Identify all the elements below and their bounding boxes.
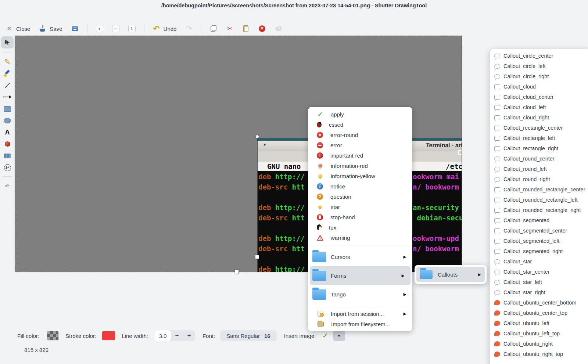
menu-import-filesystem[interactable]: Import from filesystem... bbox=[308, 319, 412, 329]
export-button[interactable] bbox=[69, 24, 80, 33]
callout-item[interactable]: Callout_ubuntu_right_top bbox=[490, 349, 588, 359]
number-tool[interactable] bbox=[1, 163, 14, 172]
callout-bubble-icon bbox=[494, 352, 500, 357]
import-icon bbox=[318, 322, 324, 327]
callout-bubble-icon bbox=[494, 300, 500, 305]
line-width-value[interactable]: 3.0 bbox=[155, 330, 171, 341]
menu-item-important-red[interactable]: important-red bbox=[308, 150, 412, 161]
menu-item-error-round[interactable]: error-round bbox=[308, 130, 412, 140]
callout-item[interactable]: Callout_cloud_right bbox=[490, 112, 588, 123]
callout-item[interactable]: Callout_ubuntu_center_bottom bbox=[490, 298, 588, 308]
paste-button[interactable] bbox=[240, 24, 251, 33]
cut-button[interactable] bbox=[224, 24, 235, 33]
callout-item[interactable]: Callout_ubuntu_center_top bbox=[490, 308, 588, 318]
font-picker-button[interactable]: Sans Regular 16 bbox=[220, 330, 277, 341]
menu-item-notice[interactable]: notice bbox=[308, 181, 412, 191]
callout-item[interactable]: Callout_rounded_rectangle_left bbox=[490, 195, 588, 205]
pencil-tool[interactable] bbox=[1, 57, 14, 66]
callout-item[interactable]: Callout_ubuntu_left_top bbox=[490, 328, 588, 339]
terminal-line: deb http:// bbox=[258, 203, 305, 214]
submenu-arrow-icon: ▶ bbox=[404, 311, 406, 316]
callout-item[interactable]: Callout_ubuntu_right bbox=[490, 339, 588, 349]
callout-item[interactable]: Callout_cloud bbox=[490, 82, 588, 92]
check-icon[interactable]: ✓ bbox=[322, 332, 328, 340]
callout-item[interactable]: Callout_star_right bbox=[490, 287, 588, 298]
toolbar-icon bbox=[112, 25, 119, 32]
text-tool[interactable] bbox=[1, 127, 14, 137]
ellipse-tool[interactable] bbox=[1, 116, 14, 125]
menu-item-warning[interactable]: warning bbox=[308, 233, 412, 243]
menu-item-information-yellow[interactable]: information-yellow bbox=[308, 171, 412, 181]
callout-bubble-icon bbox=[494, 341, 500, 346]
callout-item[interactable]: Callout_star_center bbox=[490, 267, 588, 277]
callout-item[interactable]: Callout_segmented_center bbox=[490, 226, 588, 236]
callout-item[interactable]: Callout_rectangle_center bbox=[490, 123, 588, 133]
selection-handle[interactable] bbox=[235, 270, 239, 274]
line-width-decrease-button[interactable]: − bbox=[171, 330, 183, 341]
menu-item-information-red[interactable]: information-red bbox=[308, 161, 412, 171]
callout-item[interactable]: Callout_circle_center bbox=[490, 51, 588, 61]
callout-item[interactable]: Callout_segmented_left bbox=[490, 236, 588, 246]
censor-tool[interactable] bbox=[1, 139, 14, 149]
callout-item[interactable]: Callout_ubuntu_left bbox=[490, 318, 588, 328]
callout-item[interactable]: Callout_round_left bbox=[490, 164, 588, 174]
callout-item[interactable]: Callout_cloud_left bbox=[490, 102, 588, 112]
menu-item-question[interactable]: question bbox=[308, 191, 412, 202]
callout-item-label: Callout_round_center bbox=[503, 156, 555, 162]
callout-bubble-icon bbox=[494, 167, 500, 172]
callout-item[interactable]: Callout_rounded_rectangle_center bbox=[490, 184, 588, 195]
callout-item[interactable]: Callout_segmented bbox=[490, 215, 588, 226]
callout-item[interactable]: Callout_cloud_center bbox=[490, 92, 588, 102]
callout-item[interactable]: Callout_rectangle_right bbox=[490, 143, 588, 154]
menu-item-label: Import from session... bbox=[331, 311, 384, 317]
separator bbox=[144, 24, 144, 33]
zoom-in-button[interactable] bbox=[94, 24, 105, 33]
select-tool[interactable] bbox=[1, 36, 14, 48]
menu-item-tux[interactable]: tux bbox=[308, 222, 412, 233]
insert-image-dropdown-button[interactable]: ▼ bbox=[333, 330, 345, 341]
line-width-increase-button[interactable]: + bbox=[183, 330, 195, 341]
callout-item[interactable]: Callout_star_left bbox=[490, 277, 588, 287]
save-button[interactable]: Save bbox=[37, 24, 64, 33]
menu-item-apply[interactable]: apply bbox=[308, 109, 412, 119]
menu-folder-tango[interactable]: Tango ▶ bbox=[308, 285, 412, 304]
menu-folder-forms[interactable]: Forms ▶ bbox=[310, 266, 410, 285]
callout-item[interactable]: Callout_circle_right bbox=[490, 71, 588, 82]
delete-button[interactable] bbox=[257, 24, 268, 33]
callout-item[interactable]: Callout_rectangle_left bbox=[490, 133, 588, 143]
options-bar: Fill color: Stroke color: Line width: 3.… bbox=[17, 329, 345, 342]
stroke-color-swatch[interactable] bbox=[102, 331, 115, 340]
rectangle-tool[interactable] bbox=[1, 104, 14, 113]
selection-handle[interactable] bbox=[255, 255, 259, 259]
arrow-tool[interactable] bbox=[1, 92, 14, 102]
redo-button[interactable] bbox=[183, 24, 194, 33]
menu-import-session[interactable]: Import from session... ▶ bbox=[308, 309, 412, 319]
sign-tool[interactable] bbox=[1, 181, 14, 190]
clear-button[interactable] bbox=[273, 24, 284, 33]
fill-color-swatch[interactable] bbox=[47, 331, 58, 340]
menu-item-error[interactable]: error bbox=[308, 140, 412, 150]
copy-button[interactable] bbox=[208, 24, 219, 33]
highlighter-tool[interactable] bbox=[1, 69, 14, 78]
zoom-100-button[interactable] bbox=[126, 24, 137, 33]
selection-handle[interactable] bbox=[255, 135, 259, 138]
line-tool[interactable] bbox=[1, 80, 14, 90]
callout-item[interactable]: Callout_round_center bbox=[490, 154, 588, 164]
callout-item[interactable]: Callout_circle_left bbox=[490, 61, 588, 71]
pixelize-tool[interactable] bbox=[1, 151, 14, 161]
callout-item[interactable]: Callout_rounded_rectangle_right bbox=[490, 205, 588, 215]
undo-button[interactable]: Undo bbox=[151, 24, 179, 33]
menu-item-cssed[interactable]: cssed bbox=[308, 119, 412, 130]
menu-item-star[interactable]: star bbox=[308, 202, 412, 212]
submenu-item-callouts[interactable]: Callouts ▶ bbox=[416, 267, 485, 282]
callout-item[interactable]: Callout_round_right bbox=[490, 174, 588, 184]
close-button[interactable]: Close bbox=[4, 24, 32, 33]
menu-folder-cursors[interactable]: Cursors ▶ bbox=[308, 248, 412, 266]
zoom-out-button[interactable] bbox=[110, 24, 121, 33]
callout-item[interactable]: Callout_star bbox=[490, 256, 588, 267]
terminal-line bbox=[258, 255, 305, 265]
terminal-line bbox=[258, 193, 305, 203]
terminal-line: n/ bookworm bbox=[413, 245, 462, 255]
callout-item[interactable]: Callout_segmented_right bbox=[490, 246, 588, 256]
menu-item-stop-hand[interactable]: stop-hand bbox=[308, 212, 412, 222]
